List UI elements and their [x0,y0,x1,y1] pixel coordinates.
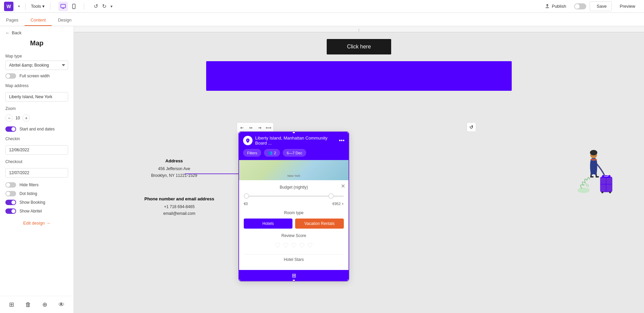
dates-btn[interactable]: 6—7 Dec [283,149,306,157]
more-btn[interactable]: ▾ [109,3,114,10]
canvas-arrow [185,172,245,176]
handle-br[interactable] [347,279,349,281]
checkout-input[interactable] [5,168,68,178]
canvas-area: | Click here Address 456 Jefferson Ave B… [74,26,644,313]
align-right-btn[interactable]: ⇥ [256,124,263,131]
budget-slider[interactable] [244,193,344,200]
map-address-label: Map address [5,83,68,88]
budget-section: Budget (nightly) €0 €952 + [244,185,344,206]
visibility-btn[interactable]: 👁 [56,300,67,310]
hide-filters-toggle[interactable] [5,182,16,188]
mobile-device-btn[interactable] [69,2,79,11]
map-filter-bar: Filters 👥 2 6—7 Dec [239,149,349,160]
add-section-btn[interactable]: ⊞ [6,300,17,310]
map-header-icon [243,136,252,145]
handle-bm[interactable] [292,279,295,281]
start-end-dates-toggle[interactable] [5,126,16,132]
handle-tl[interactable] [238,131,241,134]
zoom-in-btn[interactable]: + [22,114,30,122]
tab-pages[interactable]: Pages [0,15,25,26]
hotel-stars-title: Hotel Stars [244,257,344,262]
decoration-illustration [577,136,617,197]
arrow-line [185,173,242,174]
stretch-btn[interactable]: ⟺ [265,124,272,131]
hotels-btn[interactable]: Hotels [244,219,292,229]
room-type-section: Room type Hotels Vacation Rentals [244,210,344,229]
align-left-btn[interactable]: ⇤ [238,124,246,131]
review-section: Review Score ♡ ♡ ♡ ♡ ♡ [244,233,344,249]
svg-point-18 [590,150,597,155]
topbar-right: Publish Save Preview [540,1,640,11]
dot-listing-toggle[interactable] [5,191,16,196]
slider-thumb-right[interactable] [328,193,334,199]
checkout-label: Checkout [5,159,68,164]
map-widget: Liberty Island, Manhattan Community Boar… [238,131,349,281]
slider-thumb-left[interactable] [244,193,249,199]
star-5[interactable]: ♡ [307,241,313,249]
back-button[interactable]: ← Back [5,30,68,35]
show-booking-toggle[interactable] [5,200,16,205]
layers-btn[interactable]: ⊕ [40,300,50,310]
filters-panel: ✕ Budget (nightly) €0 [239,180,349,270]
show-abritel-toggle[interactable] [5,208,16,214]
logo-caret[interactable]: ▾ [18,4,20,8]
review-title: Review Score [244,233,344,238]
tab-content[interactable]: Content [25,15,52,26]
svg-point-3 [74,8,74,8]
checkin-input[interactable] [5,145,68,155]
map-address-input[interactable] [5,92,68,102]
publish-button[interactable]: Publish [540,2,571,11]
svg-point-8 [578,188,590,193]
star-2[interactable]: ♡ [283,241,289,249]
handle-tr[interactable] [347,131,349,134]
checkin-label: Checkin [5,136,68,141]
purple-banner [206,61,512,91]
logo: W [4,2,13,11]
map-header-dots[interactable]: ••• [339,138,344,144]
budget-max: €952 + [332,202,344,206]
hotel-stars-section: Hotel Stars [244,254,344,262]
widget-reset[interactable]: ↺ [467,122,476,132]
sidebar-content: ← Back Map Map type Abritel &amp; Bookin… [0,26,74,296]
star-4[interactable]: ♡ [299,241,305,249]
publish-toggle[interactable] [574,3,586,9]
handle-tm[interactable] [292,131,295,134]
tools-menu[interactable]: Tools ▾ [31,4,45,9]
click-here-button[interactable]: Click here [327,39,391,54]
filters-btn[interactable]: Filters [243,149,261,157]
address-info-block: Address 456 Jefferson Ave Brooklyn, NY 1… [151,158,197,179]
redo-btn[interactable]: ↻ [101,2,108,11]
main-layout: ← Back Map Map type Abritel &amp; Bookin… [0,26,644,313]
align-center-btn[interactable]: ⇔ [247,124,255,131]
delete-btn[interactable]: 🗑 [22,300,34,310]
desktop-device-btn[interactable] [58,2,68,11]
tab-design[interactable]: Design [52,15,77,26]
tabbar: Pages Content Design [0,13,644,26]
slider-fill [244,196,329,197]
address-title: Address [151,158,197,163]
star-3[interactable]: ♡ [291,241,297,249]
handle-bl[interactable] [238,279,241,281]
dot-listing-row: Dot listing [5,191,68,196]
show-booking-row: Show Booking [5,200,68,205]
guests-btn[interactable]: 👥 2 [264,149,280,157]
start-end-dates-row: Start and end dates [5,126,68,132]
filter-close-btn[interactable]: ✕ [341,183,345,189]
vacation-btn[interactable]: Vacation Rentals [295,219,344,229]
edit-design-link[interactable]: Edit design → [5,221,68,226]
svg-point-14 [601,191,603,193]
save-button[interactable]: Save [590,1,612,11]
zoom-row: − 10 + [5,114,68,122]
sidebar-title: Map [5,39,68,47]
map-type-select[interactable]: Abritel &amp; Booking [5,61,68,70]
star-1[interactable]: ♡ [275,241,281,249]
topbar: W ▾ Tools ▾ ↺ ↻ ▾ Publish Save Preview [0,0,644,13]
undo-redo-group: ↺ ↻ ▾ [92,2,114,11]
preview-button[interactable]: Preview [615,2,640,11]
budget-min: €0 [244,202,248,206]
zoom-value: 10 [15,116,20,120]
show-abritel-row: Show Abritel [5,208,68,214]
zoom-out-btn[interactable]: − [5,114,13,122]
fullscreen-toggle[interactable] [5,73,16,79]
undo-btn[interactable]: ↺ [92,2,99,11]
